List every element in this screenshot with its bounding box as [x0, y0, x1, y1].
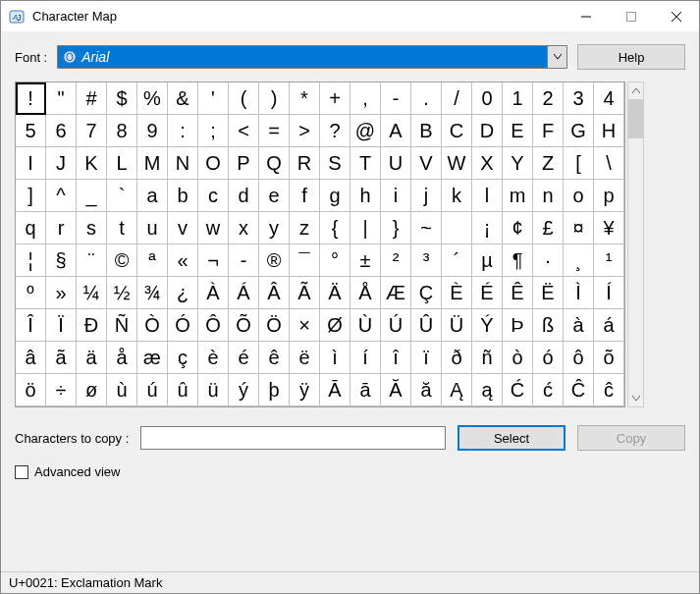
char-cell[interactable]: Ð: [77, 309, 107, 342]
char-cell[interactable]: (: [229, 82, 259, 115]
char-cell[interactable]: @: [350, 115, 381, 147]
char-cell[interactable]: F: [533, 115, 564, 147]
char-cell[interactable]: ¿: [168, 277, 198, 309]
char-cell[interactable]: ê: [259, 342, 290, 374]
char-cell[interactable]: Õ: [229, 309, 259, 342]
maximize-button[interactable]: [609, 1, 654, 31]
char-cell[interactable]: °: [320, 244, 350, 277]
char-cell[interactable]: î: [381, 342, 411, 374]
char-cell[interactable]: Ñ: [107, 309, 137, 342]
char-cell[interactable]: ": [46, 82, 77, 115]
char-cell[interactable]: ç: [168, 342, 198, 374]
char-cell[interactable]: ò: [503, 342, 533, 374]
char-cell[interactable]: s: [77, 212, 107, 244]
font-select[interactable]: O Arial: [57, 45, 567, 69]
char-cell[interactable]: ¬: [198, 244, 229, 277]
char-cell[interactable]: £: [533, 212, 564, 244]
char-cell[interactable]: Ô: [198, 309, 229, 342]
char-cell[interactable]: ð: [442, 342, 472, 374]
char-cell[interactable]: o: [564, 180, 594, 212]
char-cell[interactable]: ¹: [594, 244, 624, 277]
char-cell[interactable]: ¯: [290, 244, 320, 277]
char-cell[interactable]: V: [411, 147, 442, 180]
char-cell[interactable]: E: [503, 115, 533, 147]
char-cell[interactable]: ĉ: [594, 374, 624, 406]
char-cell[interactable]: A: [381, 115, 411, 147]
char-cell[interactable]: ': [198, 82, 229, 115]
char-cell[interactable]: í: [350, 342, 381, 374]
scroll-track[interactable]: [628, 99, 643, 390]
char-cell[interactable]: ): [259, 82, 290, 115]
char-cell[interactable]: â: [16, 342, 46, 374]
char-cell[interactable]: #: [77, 82, 107, 115]
char-cell[interactable]: W: [442, 147, 472, 180]
char-cell[interactable]: Ø: [320, 309, 350, 342]
char-cell[interactable]: ¢: [503, 212, 533, 244]
char-cell[interactable]: _: [77, 180, 107, 212]
char-cell[interactable]: -: [381, 82, 411, 115]
char-cell[interactable]: Ü: [442, 309, 472, 342]
characters-to-copy-input[interactable]: [140, 426, 446, 450]
char-cell[interactable]: ø: [77, 374, 107, 406]
char-cell[interactable]: Û: [411, 309, 442, 342]
char-cell[interactable]: S: [320, 147, 350, 180]
char-cell[interactable]: !: [16, 82, 46, 115]
char-cell[interactable]: }: [381, 212, 411, 244]
char-cell[interactable]: ?: [320, 115, 350, 147]
char-cell[interactable]: ^: [46, 180, 77, 212]
char-cell[interactable]: 5: [16, 115, 46, 147]
char-cell[interactable]: ×: [290, 309, 320, 342]
char-cell[interactable]: ¾: [137, 277, 168, 309]
char-cell[interactable]: è: [198, 342, 229, 374]
char-cell[interactable]: z: [290, 212, 320, 244]
char-cell[interactable]: J: [46, 147, 77, 180]
char-cell[interactable]: Æ: [381, 277, 411, 309]
char-cell[interactable]: 9: [137, 115, 168, 147]
char-cell[interactable]: ù: [107, 374, 137, 406]
char-cell[interactable]: á: [594, 309, 624, 342]
char-cell[interactable]: g: [320, 180, 350, 212]
char-cell[interactable]: .: [411, 82, 442, 115]
char-cell[interactable]: »: [46, 277, 77, 309]
char-cell[interactable]: Ë: [533, 277, 564, 309]
char-cell[interactable]: N: [168, 147, 198, 180]
char-cell[interactable]: m: [503, 180, 533, 212]
char-cell[interactable]: i: [381, 180, 411, 212]
char-cell[interactable]: D: [472, 115, 503, 147]
char-cell[interactable]: a: [137, 180, 168, 212]
char-cell[interactable]: ã: [46, 342, 77, 374]
char-cell[interactable]: Ö: [259, 309, 290, 342]
char-cell[interactable]: p: [594, 180, 624, 212]
char-cell[interactable]: 8: [107, 115, 137, 147]
char-cell[interactable]: ā: [350, 374, 381, 406]
char-cell[interactable]: y: [259, 212, 290, 244]
char-cell[interactable]: µ: [472, 244, 503, 277]
char-cell[interactable]: å: [107, 342, 137, 374]
char-cell[interactable]: Ú: [381, 309, 411, 342]
char-cell[interactable]: +: [320, 82, 350, 115]
char-cell[interactable]: [442, 212, 472, 244]
char-cell[interactable]: Ê: [503, 277, 533, 309]
char-cell[interactable]: ú: [137, 374, 168, 406]
char-cell[interactable]: ă: [411, 374, 442, 406]
char-cell[interactable]: M: [137, 147, 168, 180]
char-cell[interactable]: é: [229, 342, 259, 374]
char-cell[interactable]: R: [290, 147, 320, 180]
char-cell[interactable]: d: [229, 180, 259, 212]
scroll-down-icon[interactable]: [628, 390, 643, 406]
char-cell[interactable]: ć: [533, 374, 564, 406]
char-cell[interactable]: Z: [533, 147, 564, 180]
char-cell[interactable]: P: [229, 147, 259, 180]
char-cell[interactable]: Á: [229, 277, 259, 309]
char-cell[interactable]: Ã: [290, 277, 320, 309]
character-grid[interactable]: !"#$%&'()*+,-./0123456789:;<=>?@ABCDEFGH…: [15, 81, 625, 407]
char-cell[interactable]: C: [442, 115, 472, 147]
scroll-up-icon[interactable]: [628, 82, 643, 99]
char-cell[interactable]: Ì: [564, 277, 594, 309]
char-cell[interactable]: 1: [503, 82, 533, 115]
char-cell[interactable]: ô: [564, 342, 594, 374]
char-cell[interactable]: ¼: [77, 277, 107, 309]
char-cell[interactable]: \: [594, 147, 624, 180]
char-cell[interactable]: Â: [259, 277, 290, 309]
char-cell[interactable]: Ù: [350, 309, 381, 342]
